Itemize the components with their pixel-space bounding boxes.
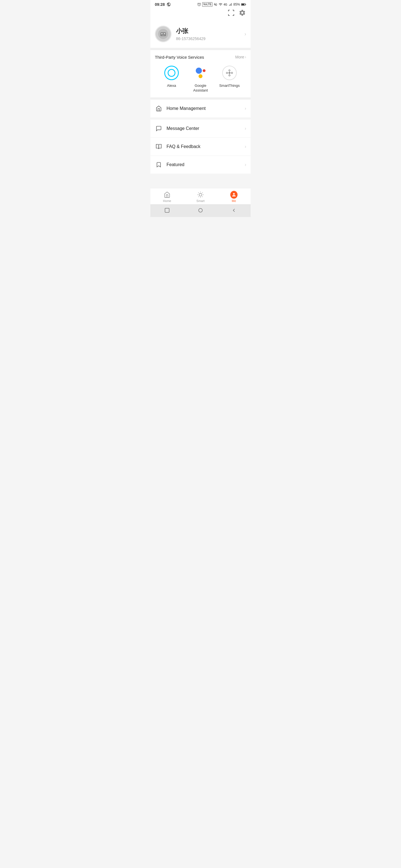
voice-services-title: Third-Party Voice Services xyxy=(155,55,204,60)
ga-dots-bottom xyxy=(199,74,202,78)
more-link[interactable]: More › xyxy=(235,55,246,60)
svg-rect-1 xyxy=(245,4,246,5)
profile-chevron: › xyxy=(245,31,246,37)
svg-line-24 xyxy=(198,196,199,197)
nav-smart-label: Smart xyxy=(196,199,204,203)
avatar-image xyxy=(156,26,171,41)
spacer xyxy=(150,176,251,188)
featured-label: Featured xyxy=(167,162,245,167)
google-assistant-service-item[interactable]: GoogleAssistant xyxy=(186,65,215,93)
battery-percent: 85% xyxy=(233,2,240,6)
scan-icon[interactable] xyxy=(227,9,235,17)
status-time: 09:28 xyxy=(155,2,165,7)
google-assistant-icon xyxy=(196,68,205,78)
menu-section-2: Message Center › FAQ & Feedback › Featur… xyxy=(150,120,251,174)
ga-dot-red xyxy=(203,69,205,72)
svg-line-21 xyxy=(202,196,202,197)
scan-svg xyxy=(228,9,235,17)
ga-dots-top xyxy=(196,68,205,74)
alexa-label: Alexa xyxy=(167,84,176,88)
battery-icon xyxy=(241,3,246,6)
wifi-icon xyxy=(219,2,223,6)
home-button[interactable] xyxy=(197,207,204,214)
avatar xyxy=(155,26,172,42)
faq-feedback-item[interactable]: FAQ & Feedback › xyxy=(150,138,251,156)
featured-item[interactable]: Featured › xyxy=(150,156,251,174)
home-management-item[interactable]: Home Management › xyxy=(150,100,251,117)
system-nav xyxy=(150,204,251,217)
signal-icon xyxy=(228,2,232,6)
menu-section: Home Management › xyxy=(150,100,251,117)
status-right: VoLTE 4G 85% xyxy=(197,2,246,7)
message-center-icon xyxy=(155,125,163,132)
profile-name: 小张 xyxy=(176,27,245,35)
alarm-icon xyxy=(197,2,201,6)
svg-rect-2 xyxy=(241,4,245,5)
nav-me[interactable]: Me xyxy=(217,191,251,203)
alexa-inner-ring xyxy=(168,69,175,77)
message-center-chevron: › xyxy=(245,126,246,131)
home-management-icon xyxy=(155,104,163,113)
nav-smart[interactable]: Smart xyxy=(184,191,217,203)
svg-rect-6 xyxy=(164,33,165,34)
home-management-chevron: › xyxy=(245,106,246,111)
svg-point-11 xyxy=(226,72,228,74)
faq-feedback-icon xyxy=(155,143,163,151)
svg-rect-7 xyxy=(162,35,165,36)
voice-services-section: Third-Party Voice Services More › Alexa xyxy=(150,50,251,100)
svg-point-8 xyxy=(229,72,230,74)
nav-me-avatar xyxy=(230,191,237,199)
svg-line-25 xyxy=(202,192,202,193)
svg-rect-5 xyxy=(161,33,163,34)
svg-rect-26 xyxy=(165,208,169,213)
nav-home-label: Home xyxy=(163,199,171,203)
back-button[interactable] xyxy=(231,207,237,214)
smartthings-icon xyxy=(222,66,237,80)
bottom-nav: Home Smart Me xyxy=(150,188,251,204)
svg-point-9 xyxy=(229,70,230,71)
network-type: 4G xyxy=(224,3,227,6)
voice-services-grid: Alexa GoogleAssistant xyxy=(155,65,246,93)
profile-info: 小张 86-15736256429 xyxy=(176,27,245,41)
ga-dot-blue xyxy=(196,68,202,74)
more-label: More xyxy=(235,55,244,59)
message-center-item[interactable]: Message Center › xyxy=(150,120,251,138)
svg-line-20 xyxy=(198,192,199,193)
google-assistant-icon-container xyxy=(193,65,208,81)
smartthings-icon-container xyxy=(222,65,237,81)
nav-me-icon xyxy=(230,191,237,198)
message-center-label: Message Center xyxy=(167,126,245,131)
faq-feedback-label: FAQ & Feedback xyxy=(167,144,245,149)
featured-chevron: › xyxy=(245,162,246,167)
google-assistant-label: GoogleAssistant xyxy=(193,84,208,93)
settings-svg xyxy=(239,9,246,17)
volte-indicator: VoLTE xyxy=(202,2,212,7)
alexa-icon-container xyxy=(164,65,179,81)
svg-point-12 xyxy=(231,72,233,74)
alexa-icon xyxy=(164,66,179,80)
svg-point-17 xyxy=(199,193,202,196)
vpn-icon xyxy=(167,2,171,7)
svg-point-10 xyxy=(229,75,230,76)
recent-apps-button[interactable] xyxy=(164,207,170,214)
status-left: 09:28 xyxy=(155,2,171,7)
nav-me-label: Me xyxy=(232,199,236,203)
profile-section[interactable]: 小张 86-15736256429 › xyxy=(150,20,251,50)
smartthings-service-item[interactable]: SmartThings xyxy=(215,65,244,88)
profile-phone: 86-15736256429 xyxy=(176,36,245,41)
featured-icon xyxy=(155,161,163,168)
ga-dot-yellow xyxy=(199,74,202,78)
top-action-bar xyxy=(150,8,251,20)
faq-feedback-chevron: › xyxy=(245,144,246,149)
status-bar: 09:28 VoLTE 4G 85% xyxy=(150,0,251,8)
alexa-service-item[interactable]: Alexa xyxy=(157,65,186,88)
smartthings-label: SmartThings xyxy=(219,84,240,88)
nav-home-icon xyxy=(164,191,171,198)
settings-icon[interactable] xyxy=(238,9,246,17)
svg-point-27 xyxy=(199,208,202,212)
nav-smart-icon xyxy=(197,191,204,198)
nav-home[interactable]: Home xyxy=(150,191,184,203)
home-management-label: Home Management xyxy=(167,106,245,111)
voice-services-header: Third-Party Voice Services More › xyxy=(155,55,246,60)
mute-icon xyxy=(213,2,218,6)
